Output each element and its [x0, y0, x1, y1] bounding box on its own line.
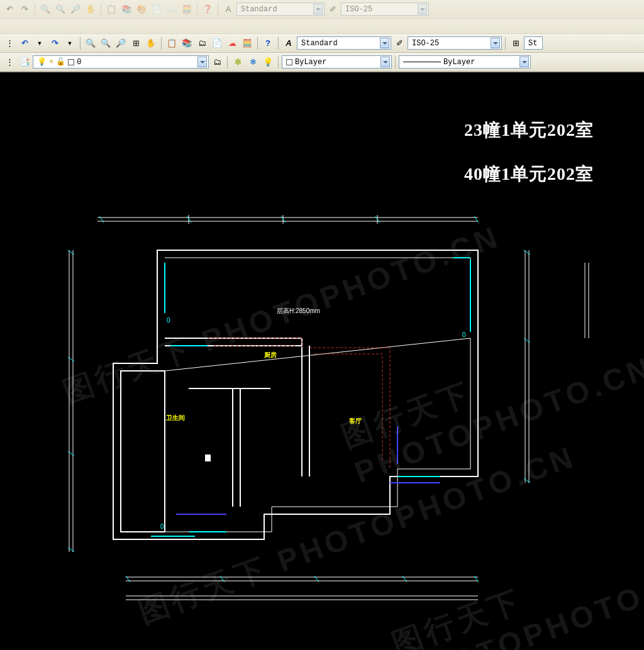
layer-off-button[interactable]: 💡: [261, 55, 275, 69]
tool-palettes-button[interactable]: 🗂: [195, 36, 209, 50]
layer-states-button[interactable]: ❇: [231, 55, 245, 69]
sheet-icon: 📄: [150, 3, 164, 16]
toolbar-main: ⋮ ↶ ▼ ↷ ▼ 🔍 🔍 🔎 ⊞ ✋ 📋 📚 🗂 📄 ☁ 🧮 ? A Stan…: [0, 34, 644, 72]
undo-icon: ↶: [3, 3, 16, 16]
table-style-dropdown[interactable]: St: [524, 36, 543, 50]
lock-icon: 🔓: [56, 57, 65, 67]
zoom-out-icon: 🔎: [69, 3, 82, 16]
lightbulb-icon: 💡: [37, 57, 47, 67]
layer-previous-button[interactable]: 🗂: [210, 55, 224, 69]
color-swatch: [286, 59, 292, 65]
color-dropdown[interactable]: ByLayer: [282, 55, 392, 69]
calc-icon: 🧮: [180, 3, 194, 16]
text-style-icon: A: [221, 3, 235, 16]
grip-icon[interactable]: ⋮: [3, 55, 16, 69]
dim-style-dropdown-faded: ISO-25: [341, 3, 429, 16]
text-style-icon: A: [282, 36, 296, 50]
chevron-down-icon[interactable]: [380, 57, 390, 67]
chevron-down-icon[interactable]: [380, 38, 389, 48]
room-label-kitchen: 厨房: [264, 351, 277, 360]
toolbar-background-faded: ↶ ↷ 🔍 🔍 🔎 ✋ 📋 📚 🎨 📄 ☁️ 🧮 ❓ A Standard ✐ …: [0, 0, 644, 35]
table-style-value: St: [528, 39, 537, 48]
room-label-bath: 卫生间: [166, 414, 185, 422]
zoom-previous-button[interactable]: 🔎: [114, 36, 128, 50]
sun-icon: ☀: [49, 57, 53, 67]
layer-name: 0: [77, 58, 81, 67]
chevron-down-icon[interactable]: [519, 57, 529, 67]
quickcalc-button[interactable]: 🧮: [240, 36, 254, 50]
dim-style-dropdown[interactable]: ISO-25: [408, 36, 502, 50]
zoom-realtime-button[interactable]: 🔍: [84, 36, 97, 50]
redo-icon: ↷: [18, 3, 31, 16]
room-label-living: 客厅: [349, 417, 362, 426]
zoom-icon: 🔍: [38, 3, 52, 16]
markup-button[interactable]: ☁: [225, 36, 239, 50]
svg-text:0: 0: [167, 317, 170, 324]
layer-freeze-button[interactable]: ❄: [246, 55, 260, 69]
pan-button[interactable]: ✋: [144, 36, 158, 50]
linetype-value: ByLayer: [443, 58, 475, 67]
linetype-dropdown[interactable]: ByLayer: [399, 55, 531, 69]
design-center-button[interactable]: 📚: [180, 36, 194, 50]
dim-style-icon: ✐: [392, 36, 406, 50]
chevron-down-icon[interactable]: [197, 57, 207, 67]
tool-palette-icon: 🎨: [135, 3, 148, 16]
svg-text:0: 0: [160, 523, 164, 530]
layer-dropdown[interactable]: 💡 ☀ 🔓 0: [33, 55, 209, 69]
redo-dropdown-arrow-icon[interactable]: ▼: [63, 36, 77, 50]
layer-color-swatch: [68, 59, 74, 65]
dim-style-icon: ✐: [326, 3, 340, 16]
chevron-down-icon[interactable]: [491, 38, 500, 48]
toolbar-row-faded-1: ↶ ↷ 🔍 🔍 🔎 ✋ 📋 📚 🎨 📄 ☁️ 🧮 ❓ A Standard ✐ …: [0, 0, 644, 19]
color-value: ByLayer: [295, 58, 326, 67]
text-style-value: Standard: [301, 39, 338, 48]
design-center-icon: 📚: [119, 3, 133, 16]
properties-button[interactable]: 📋: [165, 36, 179, 50]
undo-dropdown-arrow-icon[interactable]: ▼: [33, 36, 47, 50]
linetype-preview: [403, 62, 441, 62]
drawing-canvas[interactable]: 23幢1单元202室 40幢1单元202室: [0, 74, 644, 650]
toolbar-row-1: ⋮ ↶ ▼ ↷ ▼ 🔍 🔍 🔎 ⊞ ✋ 📋 📚 🗂 📄 ☁ 🧮 ? A Stan…: [0, 34, 644, 53]
grip-icon[interactable]: ⋮: [3, 36, 16, 50]
zoom-window-button[interactable]: 🔍: [99, 36, 113, 50]
layer-properties-button[interactable]: 📑: [18, 55, 31, 69]
svg-rect-39: [121, 371, 165, 532]
table-style-icon[interactable]: ⊞: [509, 36, 523, 50]
text-style-dropdown[interactable]: Standard: [297, 36, 391, 50]
zoom-in-icon: 🔍: [53, 3, 67, 16]
svg-text:0: 0: [462, 331, 466, 338]
redo-button[interactable]: ↷: [48, 36, 62, 50]
sheet-set-button[interactable]: 📄: [210, 36, 224, 50]
toolbar-row-faded-2: [0, 19, 644, 34]
help-icon: ❓: [201, 3, 214, 16]
properties-icon: 📋: [104, 3, 118, 16]
undo-button[interactable]: ↶: [18, 36, 31, 50]
pan-icon: ✋: [84, 3, 97, 16]
dim-style-value: ISO-25: [412, 39, 439, 48]
zoom-extents-button[interactable]: ⊞: [129, 36, 143, 50]
toolbar-row-2: ⋮ 📑 💡 ☀ 🔓 0 🗂 ❇ ❄ 💡 ByLayer ByLayer: [0, 53, 644, 72]
help-button[interactable]: ?: [261, 36, 275, 50]
ceiling-height-label: 层高H:2850mm: [277, 307, 320, 316]
text-style-dropdown-faded: Standard: [236, 3, 325, 16]
floorplan-drawing: 0 0 0: [0, 74, 644, 650]
markup-icon: ☁️: [165, 3, 179, 16]
tag-label: [205, 454, 211, 461]
